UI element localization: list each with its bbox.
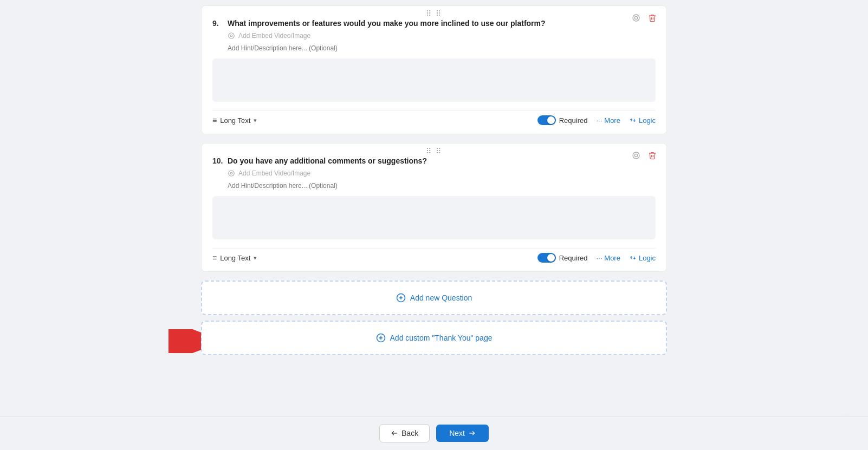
question-card-10: ⠿ ⠿ 10. Do you have any additional comme… — [201, 143, 667, 272]
more-button-9[interactable]: ··· More — [596, 116, 620, 125]
card-actions-top-10 — [631, 150, 658, 161]
card-actions-top-9 — [631, 12, 658, 23]
footer-right-10: Required ··· More Logic — [537, 253, 656, 263]
add-embed-row-9[interactable]: Add Embed Video/Image — [212, 32, 656, 40]
thank-you-icon — [376, 333, 386, 343]
answer-area-10 — [212, 196, 656, 239]
required-toggle-10[interactable] — [537, 253, 556, 263]
svg-point-1 — [634, 16, 637, 19]
type-label-10: Long Text — [220, 254, 250, 262]
svg-point-2 — [229, 33, 235, 39]
embed-icon-10 — [228, 169, 235, 177]
type-icon-10: ≡ — [212, 253, 217, 262]
svg-point-7 — [230, 172, 232, 174]
thank-you-label: Add custom "Thank You" page — [390, 334, 493, 342]
add-question-label: Add new Question — [410, 294, 472, 302]
chevron-down-9: ▾ — [254, 117, 257, 124]
more-label-9: More — [604, 116, 620, 125]
toggle-wrap-9: Required — [537, 115, 588, 125]
required-label-9: Required — [559, 116, 588, 125]
logic-icon-9 — [629, 116, 637, 124]
add-embed-label-9[interactable]: Add Embed Video/Image — [238, 32, 310, 40]
chevron-down-10: ▾ — [254, 255, 257, 262]
question-9-number: 9. — [212, 19, 224, 28]
card-footer-10: ≡ Long Text ▾ Required ··· More Logic — [212, 248, 656, 263]
drag-handle-9[interactable]: ⠿ ⠿ — [426, 9, 442, 18]
add-embed-row-10[interactable]: Add Embed Video/Image — [212, 169, 656, 177]
card-footer-9: ≡ Long Text ▾ Required ··· More Logic — [212, 110, 656, 125]
footer-right-9: Required ··· More Logic — [537, 115, 656, 125]
type-label-9: Long Text — [220, 116, 250, 125]
type-selector-10[interactable]: ≡ Long Text ▾ — [212, 253, 257, 262]
logic-icon-10 — [629, 254, 637, 262]
add-question-button[interactable]: Add new Question — [396, 293, 472, 303]
add-question-card[interactable]: Add new Question — [201, 281, 667, 315]
question-card-9: ⠿ ⠿ 9. What improvements or features wou… — [201, 5, 667, 134]
type-icon-9: ≡ — [212, 116, 217, 125]
question-9-text: What improvements or features would you … — [228, 19, 656, 28]
next-button[interactable]: Next — [436, 425, 489, 442]
svg-point-6 — [229, 171, 235, 177]
hint-input-10[interactable] — [212, 181, 656, 191]
bottom-nav: Back Next — [0, 416, 868, 450]
delete-button-9[interactable] — [647, 12, 658, 23]
question-10-text: Do you have any additional comments or s… — [228, 156, 656, 165]
next-label: Next — [449, 429, 465, 438]
more-button-10[interactable]: ··· More — [596, 254, 620, 262]
logic-button-9[interactable]: Logic — [629, 116, 656, 125]
more-dots-9: ··· — [596, 116, 602, 125]
required-toggle-9[interactable] — [537, 115, 556, 125]
thank-you-card[interactable]: Add custom "Thank You" page — [201, 321, 667, 355]
copy-button-10[interactable] — [631, 150, 642, 161]
back-arrow-icon — [391, 429, 398, 437]
thank-you-button[interactable]: Add custom "Thank You" page — [376, 333, 493, 343]
copy-button-9[interactable] — [631, 12, 642, 23]
logic-label-9: Logic — [639, 116, 656, 125]
drag-handle-10[interactable]: ⠿ ⠿ — [426, 147, 442, 155]
svg-point-0 — [633, 15, 639, 21]
logic-label-10: Logic — [639, 254, 656, 262]
main-content: ⠿ ⠿ 9. What improvements or features wou… — [0, 0, 868, 450]
back-button[interactable]: Back — [379, 424, 430, 442]
add-embed-label-10[interactable]: Add Embed Video/Image — [238, 169, 310, 177]
svg-point-5 — [634, 154, 637, 156]
hint-input-9[interactable] — [212, 43, 656, 53]
next-arrow-icon — [468, 429, 476, 437]
question-10-number: 10. — [212, 156, 224, 165]
logic-button-10[interactable]: Logic — [629, 254, 656, 262]
svg-point-4 — [633, 152, 639, 159]
question-10-row: 10. Do you have any additional comments … — [212, 156, 656, 165]
add-question-icon — [396, 293, 406, 303]
svg-point-3 — [230, 35, 232, 37]
more-dots-10: ··· — [596, 254, 602, 262]
back-label: Back — [401, 429, 418, 438]
type-selector-9[interactable]: ≡ Long Text ▾ — [212, 116, 257, 125]
delete-button-10[interactable] — [647, 150, 658, 161]
embed-icon-9 — [228, 32, 235, 40]
thank-you-wrapper: Add custom "Thank You" page — [201, 321, 667, 364]
toggle-wrap-10: Required — [537, 253, 588, 263]
answer-area-9 — [212, 58, 656, 102]
more-label-10: More — [604, 254, 620, 262]
required-label-10: Required — [559, 254, 588, 262]
question-9-row: 9. What improvements or features would y… — [212, 19, 656, 28]
